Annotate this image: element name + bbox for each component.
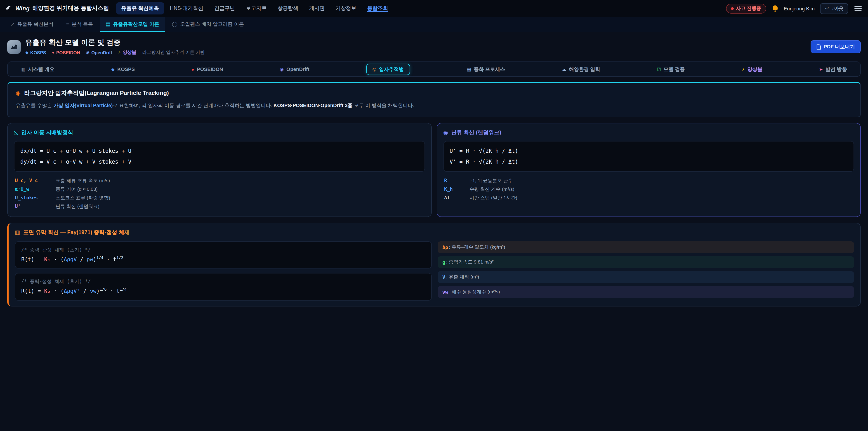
tab-diffusion-model-theory[interactable]: ▤ 유출유확산모델 이론 <box>100 17 165 32</box>
tab-analysis-list[interactable]: ≡ 분석 목록 <box>60 17 99 32</box>
equation-line: dy/dt = V_c + α·V_w + V_stokes + V' <box>20 156 418 167</box>
main-nav: 유출유 확산예측 HNS·대기확산 긴급구난 보고자료 항공탐색 게시판 기상정… <box>116 0 393 17</box>
nav-item-integrated-search[interactable]: 통합조회 <box>362 2 393 14</box>
notification-bell-icon[interactable] <box>772 5 778 12</box>
tab-label: 분석 목록 <box>72 21 93 27</box>
section-pill-particle-tracking[interactable]: ◎입자추적법 <box>366 63 410 75</box>
nav-item-emergency-rescue[interactable]: 긴급구난 <box>209 2 240 14</box>
orange-dot-icon: ◉ <box>16 90 21 96</box>
incident-status-badge[interactable]: 사고 진행중 <box>726 3 766 13</box>
section-nav: ▥시스템 개요 ◆KOSPS ●POSEIDON ◉OpenDrift ◎입자추… <box>7 61 861 77</box>
legend-row: U' 난류 확산 (랜덤워크) <box>14 202 425 211</box>
section-pill-opendrift[interactable]: ◉OpenDrift <box>280 66 309 72</box>
swirl-icon: ◉ <box>443 129 448 135</box>
incident-status-label: 사고 진행중 <box>736 5 761 11</box>
cloud-icon: ☁ <box>562 67 566 72</box>
tab-label: 오일펜스 배치 알고리즘 이론 <box>180 21 244 27</box>
nav-item-aerial-search[interactable]: 항공탐색 <box>273 2 303 14</box>
swirl-icon: ◉ <box>280 67 284 72</box>
pdf-export-button[interactable]: PDF 내보내기 <box>811 40 861 53</box>
app-logo: Wing 해양환경 위기대응 통합시스템 <box>5 4 109 12</box>
red-dot-icon: ● <box>52 50 55 55</box>
page-chart-icon <box>7 40 21 54</box>
rocket-icon: ➤ <box>819 67 823 72</box>
definition-row: g : 중력가속도 9.81 m/s² <box>437 256 854 268</box>
list-icon: ≡ <box>66 21 69 27</box>
code-comment: /* 중력-관성 체제 (초기) */ <box>21 245 425 254</box>
user-name: Eunjeong Kim <box>784 6 815 11</box>
card-title: ◺ 입자 이동 지배방정식 <box>14 129 425 136</box>
section-pill-poseidon[interactable]: ●POSEIDON <box>191 66 223 72</box>
nav-item-weather-info[interactable]: 기상정보 <box>331 2 362 14</box>
badge-poseidon: ●POSEIDON <box>52 50 80 55</box>
section-pill-kosps[interactable]: ◆KOSPS <box>111 66 135 72</box>
section-pill-future-direction[interactable]: ➤발전 방향 <box>819 66 847 72</box>
nav-item-hns-atmospheric[interactable]: HNS·대기확산 <box>165 2 209 14</box>
gravity-viscous-code: /* 중력-점성 체제 (후기) */ R(t) = K₂ · (ΔρgV² /… <box>15 273 432 301</box>
check-icon: ☑ <box>657 67 661 72</box>
red-dot-icon: ● <box>191 67 194 72</box>
governing-equations-code: dx/dt = U_c + α·U_w + U_stokes + U' dy/d… <box>14 141 425 172</box>
tab-oil-fence-algorithm-theory[interactable]: ◯ 오일펜스 배치 알고리즘 이론 <box>166 17 250 32</box>
turbulence-legend: R [-1, 1] 균등분포 난수 K_h 수평 확산 계수 (m²/s) Δt… <box>443 177 854 202</box>
legend-row: α·U_w 풍류 기여 (α ≈ 0.03) <box>14 185 425 194</box>
badge-ensemble: ⚡앙상블 <box>118 49 136 56</box>
random-walk-code: U' = R · √(2K_h / Δt) V' = R · √(2K_h / … <box>443 141 854 172</box>
diamond-icon: ◆ <box>111 67 115 72</box>
definition-row: νw : 해수 동점성계수 (m²/s) <box>437 286 854 298</box>
section-description: 유출유를 수많은 가상 입자(Virtual Particle)로 표현하며, … <box>16 102 852 110</box>
document-icon: ▤ <box>106 21 111 27</box>
equation-line: V' = R · √(2K_h / Δt) <box>450 156 848 167</box>
section-heading: ◉ 라그랑지안 입자추적법(Lagrangian Particle Tracki… <box>16 89 852 97</box>
fay-spreading-card: ▥ 표면 유막 확산 — Fay(1971) 중력-점성 체제 /* 중력-관성… <box>7 223 861 306</box>
card-title: ◉ 난류 확산 (랜덤워크) <box>443 129 854 136</box>
logout-button[interactable]: 로그아웃 <box>820 3 848 14</box>
chart-icon: ↗ <box>10 21 14 27</box>
nav-item-reports[interactable]: 보고자료 <box>241 2 272 14</box>
page-subtitle: 라그랑지안 입자추적 이론 기반 <box>142 49 205 56</box>
badge-kosps: ◆KOSPS <box>25 50 46 55</box>
fay-definitions: Δρ : 유류–해수 밀도차 (kg/m³) g : 중력가속도 9.81 m/… <box>437 241 854 301</box>
governing-equation-card: ◺ 입자 이동 지배방정식 dx/dt = U_c + α·U_w + U_st… <box>7 123 432 217</box>
equation-line: dx/dt = U_c + α·U_w + U_stokes + U' <box>20 145 418 156</box>
page-header: 유출유 확산 모델 이론 및 검증 ◆KOSPS ●POSEIDON ◉Open… <box>0 32 868 60</box>
definition-row: Δρ : 유류–해수 밀도차 (kg/m³) <box>437 241 854 253</box>
menu-icon[interactable] <box>854 3 863 13</box>
swirl-icon: ◉ <box>86 50 90 55</box>
nav-item-board[interactable]: 게시판 <box>304 2 330 14</box>
app-title: 해양환경 위기대응 통합시스템 <box>32 4 109 12</box>
nav-item-oil-spill-prediction[interactable]: 유출유 확산예측 <box>116 2 164 14</box>
topbar: Wing 해양환경 위기대응 통합시스템 유출유 확산예측 HNS·대기확산 긴… <box>0 0 868 17</box>
governing-legend: U_c, V_c 표층 해류·조류 속도 (m/s) α·U_w 풍류 기여 (… <box>14 177 425 211</box>
section-pill-system-overview[interactable]: ▥시스템 개요 <box>21 66 55 72</box>
definition-row: V : 유출 체적 (m³) <box>437 271 854 283</box>
legend-row: Δt 시간 스텝 (일반 1시간) <box>443 194 854 202</box>
particle-icon: ◎ <box>372 67 376 72</box>
tab-spill-analysis[interactable]: ↗ 유출유 확산분석 <box>4 17 59 32</box>
legend-row: U_stokes 스토크스 표류 (파랑 영향) <box>14 194 425 202</box>
diamond-icon: ◆ <box>25 50 29 55</box>
lagrangian-intro-panel: ◉ 라그랑지안 입자추적법(Lagrangian Particle Tracki… <box>7 82 861 117</box>
tabbar: ↗ 유출유 확산분석 ≡ 분석 목록 ▤ 유출유확산모델 이론 ◯ 오일펜스 배… <box>0 17 868 32</box>
legend-row: R [-1, 1] 균등분포 난수 <box>443 177 854 185</box>
card-title: ▥ 표면 유막 확산 — Fay(1971) 중력-점성 체제 <box>15 228 854 236</box>
section-pill-model-validation[interactable]: ☑모델 검증 <box>657 66 685 72</box>
logo-text: Wing <box>16 5 30 11</box>
wing-logo-icon <box>5 5 13 12</box>
page-title: 유출유 확산 모델 이론 및 검증 <box>25 38 205 48</box>
app-window: Wing 해양환경 위기대응 통합시스템 유출유 확산예측 HNS·대기확산 긴… <box>0 0 868 431</box>
circle-icon: ◯ <box>172 21 178 27</box>
section-pill-weathering-process[interactable]: ▦풍화 프로세스 <box>467 66 505 72</box>
legend-row: K_h 수평 확산 계수 (m²/s) <box>443 185 854 194</box>
lightning-icon: ⚡ <box>118 50 121 55</box>
bar-chart-icon: ▥ <box>15 229 20 236</box>
pdf-icon <box>816 44 821 50</box>
turbulent-diffusion-card: ◉ 난류 확산 (랜덤워크) U' = R · √(2K_h / Δt) V' … <box>436 123 861 217</box>
lightning-icon: ⚡ <box>741 67 745 72</box>
section-pill-ensemble[interactable]: ⚡앙상블 <box>741 66 762 72</box>
formula-line: R(t) = K₁ · (ΔρgV / ρw)1/4 · t1/2 <box>21 254 425 265</box>
legend-row: U_c, V_c 표층 해류·조류 속도 (m/s) <box>14 177 425 185</box>
bell-clapper <box>774 10 776 12</box>
section-pill-marine-environment-input[interactable]: ☁해양환경 입력 <box>562 66 600 72</box>
ruler-icon: ◺ <box>14 129 18 135</box>
